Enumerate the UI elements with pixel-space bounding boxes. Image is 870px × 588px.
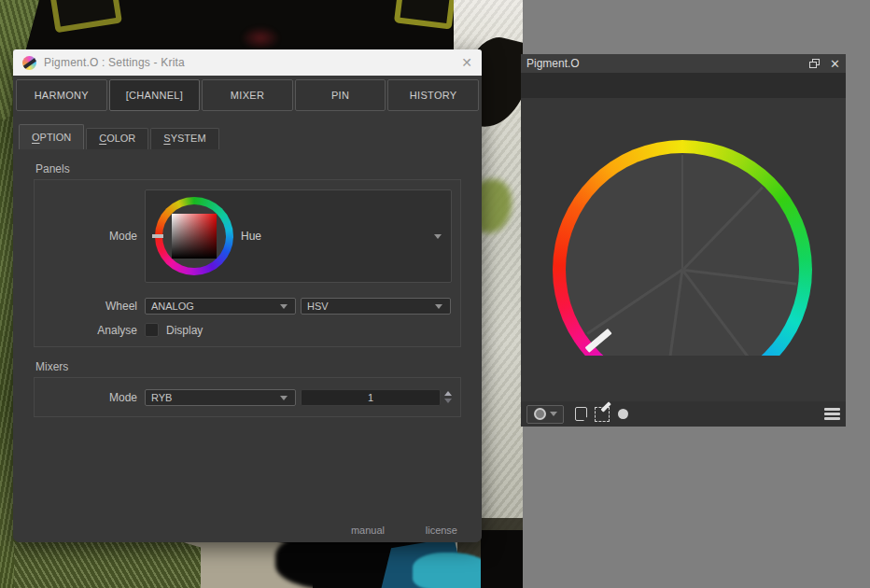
analyse-label: Analyse bbox=[35, 324, 145, 337]
dialog-body: HARMONY [CHANNEL] MIXER PIN HISTORY OPTI… bbox=[13, 76, 482, 542]
docker-header-strip bbox=[521, 73, 846, 98]
float-docker-icon[interactable] bbox=[809, 59, 821, 69]
spin-up-icon[interactable] bbox=[444, 391, 452, 396]
docker-footer-toolbar bbox=[521, 401, 846, 427]
wheel-type-combobox[interactable]: ANALOG bbox=[145, 298, 296, 315]
tab-system[interactable]: SYSTEM bbox=[150, 128, 218, 149]
color-picker-icon[interactable] bbox=[595, 407, 610, 422]
panels-section-heading: Panels bbox=[35, 162, 482, 175]
settings-tabs: OPTION COLOR SYSTEM bbox=[19, 124, 482, 149]
mixer-count-spinbox[interactable]: 1 bbox=[301, 389, 441, 406]
harmony-spoke bbox=[681, 155, 684, 270]
analyse-display-checkbox[interactable] bbox=[145, 323, 159, 337]
mixer-button[interactable]: MIXER bbox=[202, 79, 293, 111]
manual-link[interactable]: manual bbox=[351, 525, 385, 536]
panel-card-icon[interactable] bbox=[575, 407, 587, 421]
panel-buttons-row: HARMONY [CHANNEL] MIXER PIN HISTORY bbox=[13, 76, 482, 111]
chevron-down-icon bbox=[550, 412, 557, 416]
dialog-title: Pigment.O : Settings - Krita bbox=[44, 56, 185, 69]
tab-color[interactable]: COLOR bbox=[86, 128, 148, 149]
channel-button[interactable]: [CHANNEL] bbox=[109, 79, 201, 111]
wheel-label: Wheel bbox=[35, 300, 145, 313]
chevron-down-icon bbox=[434, 234, 442, 239]
close-icon[interactable]: ✕ bbox=[830, 58, 840, 70]
hue-wheel-area[interactable] bbox=[521, 98, 846, 356]
panels-group-box: Mode Hue Wheel ANALOG bbox=[34, 179, 461, 347]
hue-wheel-icon bbox=[155, 197, 233, 275]
docker-title: Pigment.O bbox=[526, 57, 580, 70]
mixers-group-box: Mode RYB 1 bbox=[34, 377, 461, 417]
mode-label: Mode bbox=[35, 230, 145, 243]
chevron-down-icon bbox=[435, 304, 442, 309]
menu-icon[interactable] bbox=[824, 408, 840, 420]
display-label: Display bbox=[166, 324, 203, 337]
paint-teal-patch bbox=[413, 553, 491, 588]
hue-indicator-tick bbox=[152, 234, 163, 238]
mode-combobox-value: Hue bbox=[241, 230, 261, 243]
dot-icon[interactable] bbox=[618, 409, 628, 419]
close-icon[interactable]: ✕ bbox=[461, 56, 472, 69]
chevron-down-icon bbox=[280, 396, 288, 400]
harmony-button[interactable]: HARMONY bbox=[16, 79, 107, 111]
color-space-combobox[interactable]: HSV bbox=[301, 298, 451, 315]
pigment-o-app-icon bbox=[22, 56, 36, 70]
docker-titlebar[interactable]: Pigment.O ✕ bbox=[521, 54, 846, 73]
mixer-mode-combobox[interactable]: RYB bbox=[145, 389, 296, 406]
history-button[interactable]: HISTORY bbox=[387, 79, 479, 111]
pin-button[interactable]: PIN bbox=[295, 79, 386, 111]
circle-fill-icon bbox=[534, 408, 546, 420]
chevron-down-icon bbox=[280, 304, 288, 309]
tab-option[interactable]: OPTION bbox=[19, 124, 84, 149]
fill-style-dropdown-button[interactable] bbox=[526, 405, 564, 424]
mixer-mode-label: Mode bbox=[35, 391, 145, 404]
settings-dialog: Pigment.O : Settings - Krita ✕ HARMONY [… bbox=[13, 49, 482, 542]
spinbox-arrows[interactable] bbox=[444, 391, 452, 403]
sv-square-icon bbox=[172, 214, 217, 259]
paint-dark-patch bbox=[481, 530, 523, 588]
paint-olive-shape bbox=[49, 0, 122, 33]
panel-mode-combobox[interactable]: Hue bbox=[145, 189, 452, 283]
mixers-section-heading: Mixers bbox=[35, 360, 482, 373]
dialog-titlebar[interactable]: Pigment.O : Settings - Krita ✕ bbox=[13, 49, 482, 76]
paint-red-smudge bbox=[241, 26, 280, 50]
license-link[interactable]: license bbox=[426, 525, 457, 536]
spin-down-icon[interactable] bbox=[444, 399, 452, 403]
paint-olive-shape bbox=[394, 0, 456, 30]
pigment-o-docker: Pigment.O ✕ bbox=[521, 54, 846, 427]
